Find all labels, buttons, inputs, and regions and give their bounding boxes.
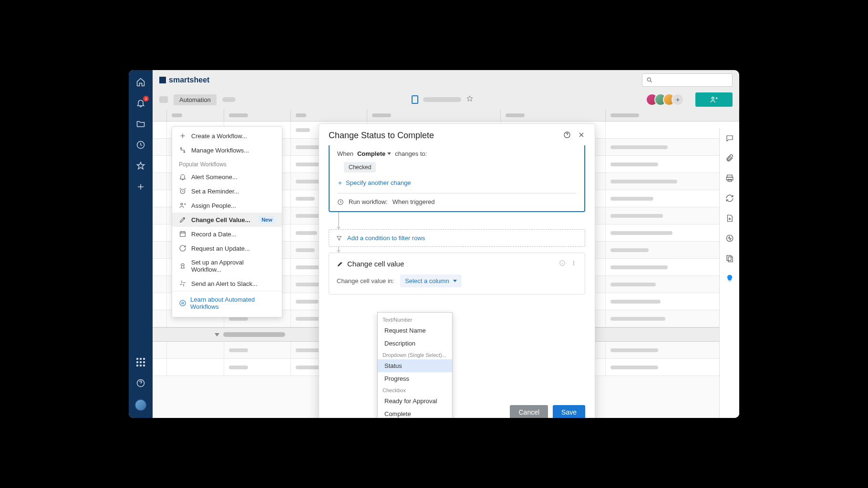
home-icon[interactable] (135, 77, 146, 87)
trigger-value-chip[interactable]: Checked (344, 162, 376, 173)
svg-rect-4 (727, 175, 732, 177)
svg-point-22 (573, 264, 574, 265)
search-input[interactable] (642, 73, 733, 87)
dropdown-section: Checkbox (378, 385, 452, 395)
dropdown-option-progress[interactable]: Progress (378, 372, 452, 385)
collaborator-avatars[interactable]: + (650, 93, 684, 106)
right-rail (719, 128, 739, 418)
share-button[interactable] (695, 92, 733, 107)
favorites-icon[interactable] (135, 161, 146, 171)
more-icon[interactable] (570, 260, 577, 268)
action-title: Change cell value (347, 260, 404, 268)
svg-point-2 (647, 78, 651, 81)
svg-rect-8 (727, 255, 731, 261)
record-date-item[interactable]: Record a Date... (172, 227, 282, 241)
dropdown-section: Dropdown (Single Select)... (378, 350, 452, 359)
clock-icon (337, 199, 344, 205)
manage-workflows-item[interactable]: Manage Workflows... (172, 143, 282, 157)
set-reminder-item[interactable]: Set a Reminder... (172, 184, 282, 198)
copy-icon[interactable] (725, 254, 734, 264)
topbar: smartsheet (153, 70, 739, 90)
svg-rect-5 (726, 177, 733, 180)
tips-icon[interactable] (725, 274, 734, 285)
attachments-icon[interactable] (725, 154, 734, 164)
learn-workflows-link[interactable]: Learn about Automated Workflows (172, 291, 282, 315)
brand-logo: smartsheet (159, 76, 209, 84)
automation-dropdown: Create a Workflow... Manage Workflows...… (172, 126, 282, 317)
dropdown-option-status[interactable]: Status (378, 359, 452, 372)
sheet-title-placeholder (423, 97, 461, 102)
info-icon[interactable] (559, 260, 566, 268)
add-icon[interactable] (135, 182, 146, 192)
placeholder-pill (222, 97, 236, 102)
svg-point-20 (573, 261, 574, 262)
run-schedule-select[interactable]: When triggered (393, 198, 435, 205)
new-badge: New (258, 216, 275, 224)
close-icon[interactable] (578, 131, 585, 141)
svg-point-10 (180, 148, 182, 149)
trigger-field-select[interactable]: Complete (357, 150, 391, 157)
pencil-icon (337, 261, 343, 267)
notification-badge: 3 (143, 96, 149, 102)
toolbar: Automation + (153, 90, 739, 109)
folder-icon[interactable] (135, 119, 146, 129)
trigger-when-label: When (337, 150, 353, 157)
activity-icon[interactable] (725, 234, 734, 244)
recent-icon[interactable] (135, 140, 146, 150)
dropdown-option-ready-approval[interactable]: Ready for Approval (378, 395, 452, 407)
sheet-icon (412, 95, 418, 104)
svg-point-13 (181, 203, 183, 205)
assign-people-item[interactable]: Assign People... (172, 198, 282, 213)
svg-point-16 (182, 302, 184, 304)
slack-alert-item[interactable]: Send an Alert to Slack... (172, 276, 282, 291)
request-update-item[interactable]: Request an Update... (172, 241, 282, 255)
apps-icon[interactable] (135, 357, 146, 367)
cancel-button[interactable]: Cancel (510, 405, 548, 418)
condition-block[interactable]: Add a condition to filter rows (329, 229, 585, 247)
modal-title: Change Status to Complete (329, 131, 434, 141)
comments-icon[interactable] (725, 134, 734, 144)
svg-rect-6 (728, 179, 732, 182)
approval-workflow-item[interactable]: Set up an Approval Workflow... (172, 255, 282, 276)
dropdown-option-description[interactable]: Description (378, 337, 452, 350)
trigger-block: When Complete changes to: Checked Specif… (329, 145, 585, 212)
popular-workflows-header: Popular Workflows (172, 157, 282, 170)
select-column-button[interactable]: Select a column (400, 274, 462, 287)
trigger-changes-label: changes to: (395, 150, 427, 157)
print-icon[interactable] (725, 174, 734, 184)
dropdown-section: Text/Number (378, 315, 452, 324)
help-icon[interactable] (135, 378, 146, 388)
star-icon[interactable] (466, 95, 474, 104)
notifications-icon[interactable]: 3 (135, 98, 146, 108)
dropdown-option-request-name[interactable]: Request Name (378, 324, 452, 337)
help-icon[interactable] (563, 131, 571, 141)
create-workflow-item[interactable]: Create a Workflow... (172, 129, 282, 143)
svg-rect-9 (728, 257, 733, 262)
svg-point-15 (180, 300, 186, 306)
export-icon[interactable] (725, 214, 734, 224)
action-block: Change cell value Change cell value in: … (329, 253, 585, 295)
save-button[interactable]: Save (553, 405, 585, 418)
change-cell-value-item[interactable]: Change Cell Value...New (172, 213, 282, 227)
nav-rail: 3 (129, 70, 153, 418)
sheet-area: Create a Workflow... Manage Workflows...… (153, 109, 739, 418)
user-avatar[interactable] (134, 399, 147, 411)
placeholder-pill (159, 96, 168, 103)
change-cell-label: Change cell value in: (337, 277, 394, 285)
column-dropdown: Text/Number Request Name Description Dro… (377, 312, 453, 418)
dropdown-option-complete[interactable]: Complete (378, 407, 452, 418)
specify-change-link[interactable]: Specify another change (337, 177, 577, 188)
refresh-icon[interactable] (725, 194, 734, 204)
automation-menu-button[interactable]: Automation (174, 94, 217, 105)
svg-point-11 (184, 152, 185, 153)
alert-someone-item[interactable]: Alert Someone... (172, 170, 282, 184)
svg-point-21 (573, 263, 574, 264)
filter-icon (336, 235, 342, 242)
run-workflow-label: Run workflow: (349, 198, 388, 205)
svg-rect-14 (180, 232, 186, 236)
svg-point-3 (712, 97, 714, 100)
workflow-modal: Change Status to Complete When Complete … (319, 123, 595, 418)
